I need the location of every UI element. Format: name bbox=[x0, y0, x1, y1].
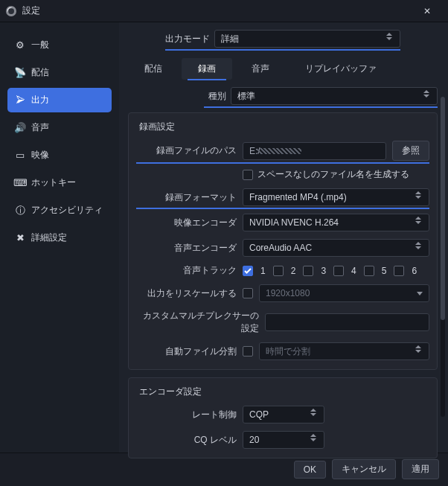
content-panel: 出力モード 詳細 配信 録画 音声 リプレイバッファ 種別 標準 録画設定 録画… bbox=[119, 22, 448, 453]
tools-icon: ✖ bbox=[15, 233, 25, 243]
output-tabs: 配信 録画 音声 リプレイバッファ bbox=[128, 58, 438, 80]
titlebar: 設定 ✕ bbox=[0, 0, 448, 22]
sidebar-label: 配信 bbox=[31, 66, 49, 79]
rec-path-label: 録画ファイルのパス bbox=[136, 144, 237, 157]
sidebar-item-audio[interactable]: 🔊音声 bbox=[7, 115, 112, 140]
ok-button[interactable]: OK bbox=[294, 461, 326, 479]
track-4-checkbox[interactable] bbox=[333, 266, 344, 276]
browse-button[interactable]: 参照 bbox=[392, 141, 429, 161]
spinner-icon bbox=[415, 242, 424, 249]
output-mode-label: 出力モード bbox=[165, 33, 210, 45]
sidebar-item-advanced[interactable]: ✖詳細設定 bbox=[7, 226, 112, 250]
sidebar-item-accessibility[interactable]: ⓘアクセシビリティ bbox=[7, 198, 112, 223]
autosplit-select[interactable]: 時間で分割 bbox=[259, 342, 429, 360]
mux-input[interactable] bbox=[265, 313, 429, 331]
tab-stream[interactable]: 配信 bbox=[128, 58, 179, 80]
encoder-section: エンコーダ設定 レート制御 CQP CQ レベル 20 bbox=[128, 377, 438, 458]
audio-encoder-select[interactable]: CoreAudio AAC bbox=[243, 239, 429, 257]
cancel-button[interactable]: キャンセル bbox=[332, 459, 396, 479]
audio-tracks: 1 2 3 4 5 6 bbox=[243, 266, 417, 276]
antenna-icon: 📡 bbox=[15, 68, 25, 78]
mux-label: カスタムマルチプレクサーの設定 bbox=[136, 310, 259, 335]
video-encoder-select[interactable]: NVIDIA NVENC H.264 bbox=[243, 214, 429, 231]
format-label: 録画フォーマット bbox=[136, 191, 237, 204]
tracks-label: 音声トラック bbox=[136, 264, 237, 277]
venc-label: 映像エンコーダ bbox=[136, 217, 237, 229]
sidebar-label: ホットキー bbox=[31, 176, 76, 189]
app-logo-icon bbox=[6, 6, 16, 16]
spinner-icon bbox=[423, 90, 432, 97]
sidebar-label: 一般 bbox=[31, 39, 49, 51]
apply-button[interactable]: 適用 bbox=[402, 459, 439, 479]
track-6-checkbox[interactable] bbox=[394, 266, 404, 276]
type-label: 種別 bbox=[204, 90, 226, 103]
rate-control-select[interactable]: CQP bbox=[243, 406, 324, 423]
chevron-down-icon bbox=[417, 292, 423, 295]
close-icon: ✕ bbox=[423, 6, 431, 16]
sidebar-item-hotkeys[interactable]: ⌨ホットキー bbox=[7, 170, 112, 195]
spinner-icon bbox=[415, 345, 424, 353]
cq-level-input[interactable]: 20 bbox=[243, 431, 324, 449]
autosplit-checkbox[interactable] bbox=[243, 346, 253, 356]
spinner-icon bbox=[310, 409, 319, 416]
sidebar-item-general[interactable]: ⚙一般 bbox=[7, 33, 112, 57]
track-3-checkbox[interactable] bbox=[303, 266, 313, 276]
track-2-checkbox[interactable] bbox=[273, 266, 284, 276]
cq-label: CQ レベル bbox=[136, 434, 237, 447]
output-mode-select[interactable]: 詳細 bbox=[214, 30, 400, 48]
tab-record[interactable]: 録画 bbox=[182, 58, 232, 80]
output-icon: ⮚ bbox=[15, 95, 25, 106]
spinner-icon bbox=[386, 33, 395, 40]
rate-label: レート制御 bbox=[136, 409, 237, 421]
spinner-icon bbox=[310, 434, 319, 441]
rescale-label: 出力をリスケールする bbox=[136, 287, 237, 300]
spinner-icon bbox=[415, 191, 424, 199]
autosplit-label: 自動ファイル分割 bbox=[136, 345, 237, 358]
format-select[interactable]: Fragmented MP4 (.mp4) bbox=[243, 188, 429, 206]
sidebar-label: 映像 bbox=[31, 149, 49, 162]
gear-icon: ⚙ bbox=[15, 40, 25, 51]
tab-audio[interactable]: 音声 bbox=[235, 58, 286, 80]
monitor-icon: ▭ bbox=[15, 150, 25, 161]
section-title: 録画設定 bbox=[139, 121, 429, 133]
sidebar-label: 詳細設定 bbox=[31, 231, 67, 244]
info-icon: ⓘ bbox=[15, 205, 25, 216]
spinner-icon bbox=[415, 217, 424, 224]
keyboard-icon: ⌨ bbox=[15, 178, 25, 188]
sidebar-item-stream[interactable]: 📡配信 bbox=[7, 60, 112, 85]
aenc-label: 音声エンコーダ bbox=[136, 242, 237, 255]
speaker-icon: 🔊 bbox=[15, 123, 25, 133]
type-select[interactable]: 標準 bbox=[231, 87, 438, 105]
sidebar-item-output[interactable]: ⮚出力 bbox=[7, 88, 112, 112]
nospace-label: スペースなしのファイル名を生成する bbox=[257, 168, 409, 181]
tab-replay[interactable]: リプレイバッファ bbox=[289, 58, 393, 80]
scrollbar-thumb[interactable] bbox=[441, 97, 445, 320]
sidebar-label: 音声 bbox=[31, 121, 49, 134]
rec-path-input[interactable]: E:/ bbox=[243, 142, 386, 160]
rescale-select[interactable]: 1920x1080 bbox=[259, 284, 429, 302]
nospace-checkbox[interactable] bbox=[243, 170, 253, 180]
track-1-checkbox[interactable] bbox=[243, 266, 253, 276]
sidebar-item-video[interactable]: ▭映像 bbox=[7, 143, 112, 167]
sidebar: ⚙一般 📡配信 ⮚出力 🔊音声 ▭映像 ⌨ホットキー ⓘアクセシビリティ ✖詳細… bbox=[0, 22, 119, 453]
recording-section: 録画設定 録画ファイルのパス E:/ 参照 スペースなしのファイル名を生成する … bbox=[128, 112, 438, 370]
scrollbar[interactable] bbox=[441, 97, 445, 417]
track-5-checkbox[interactable] bbox=[364, 266, 374, 276]
rescale-checkbox[interactable] bbox=[243, 288, 253, 298]
close-button[interactable]: ✕ bbox=[412, 1, 442, 22]
sidebar-label: 出力 bbox=[31, 94, 49, 106]
sidebar-label: アクセシビリティ bbox=[31, 204, 103, 217]
section-title: エンコーダ設定 bbox=[139, 386, 429, 398]
window-title: 設定 bbox=[22, 4, 412, 17]
